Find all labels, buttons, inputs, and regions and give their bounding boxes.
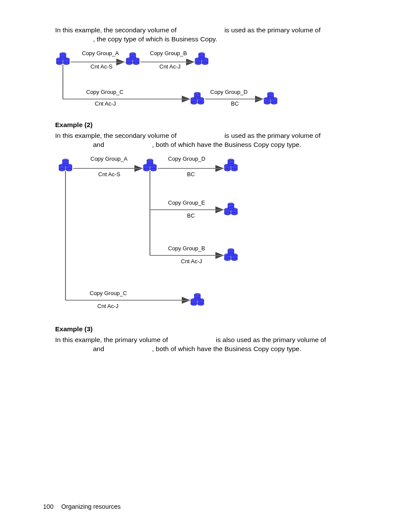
example-3-paragraph: In this example, the primary volume of C… xyxy=(55,336,369,354)
text: , the copy type of which is Business Cop… xyxy=(93,35,217,43)
example-2-heading: Example (2) xyxy=(55,121,369,130)
section-title: Organizing resources xyxy=(61,503,121,510)
example-2-paragraph: In this example, the secondary volume of… xyxy=(55,131,369,149)
text: and xyxy=(93,345,106,352)
text: In this example, the primary volume of xyxy=(55,336,170,343)
text: is used as the primary volume of xyxy=(224,26,321,34)
label-cgC: Copy Group_C xyxy=(86,89,124,95)
page-number: 100 xyxy=(43,503,53,510)
label-cgD-sub: BC xyxy=(187,171,195,177)
label-cgC-sub: Cnt Ac-J xyxy=(97,303,118,309)
label-cgE: Copy Group_E xyxy=(168,199,205,206)
diagram-2: Copy Group_A Copy Group_D Cnt Ac-S BC Co… xyxy=(55,153,369,319)
label-cgD: Copy Group_D xyxy=(210,89,248,95)
example-3-heading: Example (3) xyxy=(55,325,369,334)
label-cgB-sub: Cnt Ac-J xyxy=(181,258,202,264)
label-cgA: Copy Group_A xyxy=(90,156,128,162)
page-footer: 100 Organizing resources xyxy=(43,503,121,511)
label-cgB: Copy Group_B xyxy=(150,50,187,56)
label-cgA-sub: Cnt Ac-S xyxy=(98,171,121,177)
label-cgA-sub: Cnt Ac-S xyxy=(90,63,113,70)
label-cgC-sub: Cnt Ac-J xyxy=(95,100,116,107)
label-cgD-sub: BC xyxy=(231,100,239,107)
diagram-1: Copy Group_A Copy Group_B Cnt Ac-S Cnt A… xyxy=(55,47,369,115)
intro-paragraph-1: In this example, the secondary volume of… xyxy=(55,26,369,44)
text: is also used as the primary volume of xyxy=(216,336,326,343)
label-cgC: Copy Group_C xyxy=(90,290,127,296)
text: In this example, the secondary volume of xyxy=(55,26,178,34)
text: , both of which have the Business Copy c… xyxy=(152,345,301,352)
label-cgD: Copy Group_D xyxy=(168,156,206,162)
label-cgB: Copy Group_B xyxy=(168,245,205,252)
label-cgB-sub: Cnt Ac-J xyxy=(159,63,181,70)
text: is used as the primary volume of xyxy=(224,132,321,139)
label-cgA: Copy Group_A xyxy=(82,50,119,56)
text: and xyxy=(93,141,106,148)
label-cgE-sub: BC xyxy=(187,212,195,219)
text: In this example, the secondary volume of xyxy=(55,132,178,139)
text: , both of which have the Business Copy c… xyxy=(152,141,301,148)
